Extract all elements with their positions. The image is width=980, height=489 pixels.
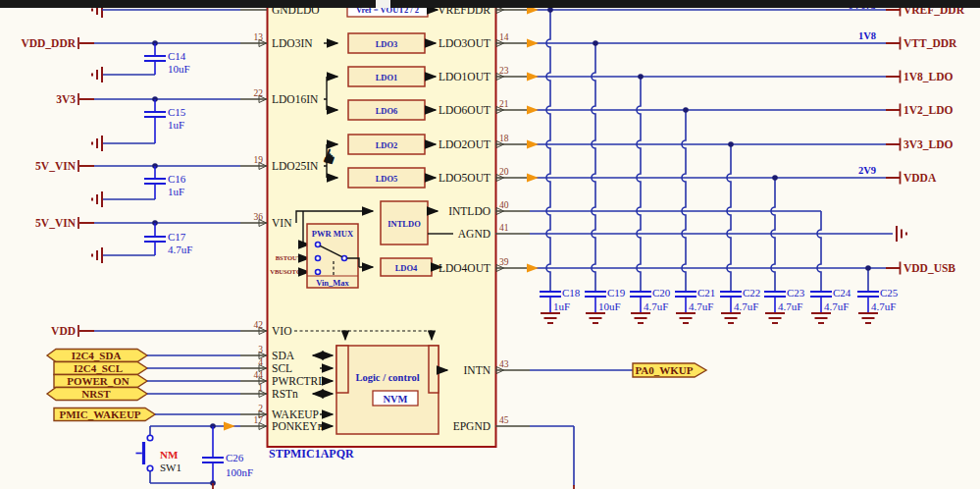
power-label-1v8-ldo[interactable]: 1V8_LDO [903,71,954,82]
cap-ref: C19 [607,287,626,299]
schematic-canvas[interactable]: STPMIC1APQR VDD_DDR C14 10uF 3V3 [0,0,980,489]
pwrmux-input-vbusotg: VBUSOTG [270,268,301,275]
pin-number: 36 [254,212,264,222]
ldo4-label: LDO4 [395,263,418,273]
pin-number: 23 [499,66,509,76]
cap-ref: C16 [168,173,186,185]
power-port-5v-vin-1[interactable]: 5V_VIN [35,160,77,172]
cap-ref: C17 [168,231,186,243]
cap-value: 4.7uF [168,244,192,255]
ldo6-label: LDO6 [376,106,398,116]
pin-name-intn: INTN [464,364,491,376]
switch-contact [147,435,153,441]
vin-max-label: Vin_Max [316,278,349,288]
cap-ref: C24 [833,287,851,299]
power-label-vdd-usb[interactable]: VDD_USB [903,262,955,274]
junction-dot [547,7,553,13]
power-port-vdd[interactable]: VDD [51,325,76,337]
pin-number: 14 [499,32,509,42]
nvm-label: NVM [383,394,407,405]
pin-name-vio: VIO [272,325,291,337]
cap-value: 1uF [168,119,184,131]
power-port-3v3[interactable]: 3V3 [56,93,76,105]
pin-number: 44 [254,370,264,380]
cap-value: 4.7uF [644,300,668,312]
net-flag-label: I2C4_SCL [74,362,123,374]
power-label-vdda[interactable]: VDDA [903,172,937,184]
pin-name-ldo1out: LDO1OUT [438,71,490,82]
pin-number: 2 [258,404,263,413]
pwr-mux-label: PWR MUX [312,229,354,239]
power-port-5v-vin-2[interactable]: 5V_VIN [35,217,77,229]
ldo1-label: LDO1 [376,73,398,82]
pin-name-ldo2out: LDO2OUT [438,138,490,150]
switch-ref: SW1 [160,462,181,473]
pin-name-ldo3in: LDO3IN [272,37,313,49]
pin-number: 43 [499,359,509,369]
net-flag-label: POWER_ON [67,375,129,387]
cap-ref: C22 [743,287,760,299]
pin-name-ponkeyn: PONKEYn [272,420,324,432]
volt-annotation-1v8: 1V8 [858,30,876,41]
logic-right-tab [429,346,438,393]
ldo2-label: LDO2 [376,140,398,150]
power-port-vdd-ddr[interactable]: VDD_DDR [21,37,76,49]
cap-value: 10uF [598,300,621,312]
pin-name-ldo25in: LDO25IN [272,160,319,172]
mux-contact [316,256,321,261]
pin-name-epgnd: EPGND [453,420,490,432]
cap-ref: C18 [562,287,581,299]
top-bar-notch [376,0,390,8]
ldo3-label: LDO3 [376,39,398,49]
cap-value: 1uF [168,186,184,197]
cap-ref: C26 [226,452,244,463]
net-flag-label: PA0_WKUP [635,364,693,376]
cap-ref: C25 [880,287,899,299]
mux-contact [342,256,347,261]
pin-number: 41 [499,223,509,233]
power-label-1v2-ldo[interactable]: 1V2_LDO [903,104,954,116]
no-mount-note: NM [160,449,179,461]
pin-name-intldo: INTLDO [448,205,490,217]
pin-name-vin: VIN [272,217,292,229]
pin-number: 18 [499,134,509,143]
cap-value: 4.7uF [734,300,758,312]
pin-number: 40 [499,200,509,210]
pin-number: 39 [499,257,509,267]
pin-name-scl: SCL [272,362,292,374]
pin-name-agnd: AGND [458,228,490,240]
mux-contact [316,243,321,247]
net-flag-label: PMIC_WAKEUP [59,408,140,420]
logic-left-tab [336,346,348,393]
ic-designator: STPMIC1APQR [269,447,354,461]
cap-ref: C23 [787,287,805,299]
cap-value: 4.7uF [871,300,896,312]
pwrmux-input-bstout: BSTOUT [276,254,302,261]
pin-number: 45 [499,415,509,425]
power-label-vtt-ddr[interactable]: VTT_DDR [903,37,957,49]
pin-number: 21 [499,99,509,109]
pin-name-pwrctrl: PWRCTRL [272,375,325,387]
pin-name-ldo16in: LDO16IN [272,93,319,105]
pin-number: 17 [254,415,264,425]
pin-number: 20 [499,167,509,177]
pin-number: 22 [254,88,264,98]
power-label-3v3-ldo[interactable]: 3V3_LDO [903,138,954,150]
cap-value: 10uF [168,63,190,75]
volt-annotation-2v9: 2V9 [858,165,876,176]
logic-control-box [336,346,438,434]
junction-dot [638,74,644,80]
pin-number: 42 [254,320,264,330]
cap-ref: C14 [168,50,186,62]
switch-contact [147,465,153,471]
cap-value: 1uF [553,300,570,312]
logic-label: Logic / control [355,372,419,383]
pin-name-ldo6out: LDO6OUT [438,104,490,116]
pin-name-ldo4out: LDO4OUT [438,262,490,274]
ldo5-label: LDO5 [376,174,398,184]
net-flag-label: NRST [81,388,111,400]
schematic-page: STPMIC1APQR VDD_DDR C14 10uF 3V3 [0,0,980,489]
cap-value: 4.7uF [778,300,802,312]
junction-dot [865,265,871,271]
pin-number: 3 [258,345,263,354]
